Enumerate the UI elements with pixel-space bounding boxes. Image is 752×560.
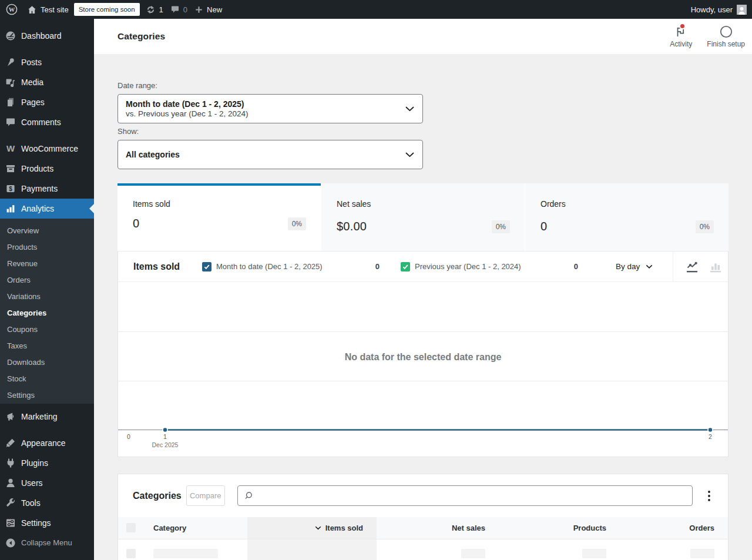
sidebar-item-users[interactable]: Users (0, 473, 94, 493)
summary-cards: Items sold 0 0% Net sales $0.00 0% Order… (118, 183, 728, 251)
activity-button[interactable]: Activity (667, 25, 694, 48)
submenu-item-downloads[interactable]: Downloads (0, 354, 94, 371)
legend-item-previous-period[interactable]: Previous year (Dec 1 - 2, 2024) 0 (401, 262, 578, 271)
date-range-select[interactable]: Month to date (Dec 1 - 2, 2025) vs. Prev… (118, 94, 423, 123)
line-chart-icon (685, 260, 699, 274)
payments-icon: $ (5, 183, 16, 195)
pages-icon (5, 96, 16, 108)
sidebar-item-label: Users (21, 478, 43, 488)
submenu-item-taxes[interactable]: Taxes (0, 338, 94, 354)
summary-card-delta: 0% (288, 217, 306, 230)
x-tick-label: 2 (709, 433, 712, 440)
line-chart-type-button[interactable] (685, 260, 699, 274)
submenu-item-settings[interactable]: Settings (0, 387, 94, 404)
collapse-menu-button[interactable]: Collapse Menu (0, 533, 94, 553)
column-header-items-sold[interactable]: Items sold (247, 517, 377, 539)
wordpress-logo-menu[interactable]: W (0, 0, 24, 19)
sidebar-item-plugins[interactable]: Plugins (0, 453, 94, 473)
submenu-item-coupons[interactable]: Coupons (0, 321, 94, 338)
sidebar-item-comments[interactable]: Comments (0, 112, 94, 132)
select-all-checkbox[interactable] (126, 523, 136, 532)
cell-items-sold-placeholder (247, 539, 377, 560)
show-value: All categories (126, 150, 405, 159)
site-name-link[interactable]: Test site (24, 0, 72, 19)
column-header-category[interactable]: Category (145, 517, 247, 539)
sidebar-item-appearance[interactable]: Appearance (0, 433, 94, 453)
main-content: Categories Activity Finish setup (94, 19, 752, 560)
comments-count: 0 (183, 5, 187, 14)
chart-svg: 0 1 2 Dec 2025 (118, 282, 728, 457)
svg-text:W: W (6, 143, 15, 153)
submenu-item-orders[interactable]: Orders (0, 272, 94, 289)
chart-area[interactable]: No data for the selected date range 0 1 … (118, 282, 728, 457)
submenu-item-categories[interactable]: Categories (0, 305, 94, 321)
sidebar-item-woocommerce[interactable]: W WooCommerce (0, 139, 94, 159)
submenu-item-stock[interactable]: Stock (0, 371, 94, 387)
megaphone-icon (5, 411, 16, 422)
menu-separator (0, 427, 94, 433)
sidebar-item-label: Settings (21, 518, 51, 528)
comments-bubble-icon (5, 116, 16, 128)
sidebar-item-analytics[interactable]: Analytics (0, 199, 94, 219)
legend-value: 0 (375, 262, 380, 271)
column-header-net-sales[interactable]: Net sales (377, 517, 499, 539)
table-header-row: Category Items sold Net sales Products (118, 517, 728, 539)
sidebar-item-dashboard[interactable]: Dashboard (0, 26, 94, 46)
summary-card-value: $0.00 (337, 220, 367, 233)
home-icon (27, 5, 37, 15)
collapse-arrow-icon (5, 537, 16, 549)
sidebar-item-products[interactable]: Products (0, 159, 94, 179)
checkbox-checked-icon (401, 262, 410, 271)
summary-card-items-sold[interactable]: Items sold 0 0% (118, 183, 321, 251)
legend-label: Month to date (Dec 1 - 2, 2025) (216, 262, 323, 271)
submenu-item-variations[interactable]: Variations (0, 289, 94, 305)
plugin-icon (5, 457, 16, 469)
column-header-products[interactable]: Products (499, 517, 620, 539)
sidebar-item-label: Marketing (21, 411, 57, 422)
bar-chart-type-button[interactable] (709, 260, 723, 274)
search-box[interactable] (237, 485, 693, 506)
summary-card-net-sales[interactable]: Net sales $0.00 0% (321, 183, 525, 251)
sidebar-item-posts[interactable]: Posts (0, 52, 94, 72)
x-axis-month-label: Dec 2025 (152, 441, 179, 448)
submenu-item-overview[interactable]: Overview (0, 223, 94, 239)
legend-item-current-period[interactable]: Month to date (Dec 1 - 2, 2025) 0 (202, 262, 380, 271)
column-header-orders[interactable]: Orders (620, 517, 728, 539)
finish-setup-button[interactable]: Finish setup (707, 25, 745, 48)
search-input[interactable] (258, 491, 686, 500)
sidebar-item-media[interactable]: Media (0, 72, 94, 92)
report-content: Date range: Month to date (Dec 1 - 2, 20… (94, 81, 752, 560)
compare-button[interactable]: Compare (186, 485, 225, 506)
sidebar-item-marketing[interactable]: Marketing (0, 407, 94, 427)
cell-placeholder (582, 549, 606, 558)
show-select[interactable]: All categories (118, 140, 423, 169)
comments-menu[interactable]: 0 (167, 0, 191, 19)
dashboard-icon (5, 30, 16, 42)
sidebar-item-pages[interactable]: Pages (0, 92, 94, 112)
submenu-item-revenue[interactable]: Revenue (0, 256, 94, 272)
chevron-down-icon (405, 106, 414, 112)
menu-separator (0, 132, 94, 139)
sidebar-item-label: Products (21, 163, 53, 174)
my-account-menu[interactable]: Howdy, user (691, 5, 747, 15)
sidebar-item-label: Comments (21, 117, 61, 128)
svg-text:$: $ (9, 186, 12, 192)
sidebar-item-payments[interactable]: $ Payments (0, 179, 94, 199)
sidebar-item-tools[interactable]: Tools (0, 493, 94, 513)
submenu-item-products[interactable]: Products (0, 239, 94, 256)
paintbrush-icon (5, 437, 16, 449)
wordpress-logo-icon: W (6, 4, 18, 15)
interval-select[interactable]: By day (616, 262, 653, 271)
new-content-menu[interactable]: New (191, 0, 226, 19)
updates-menu[interactable]: 1 (142, 0, 167, 19)
chevron-down-icon (646, 264, 653, 269)
summary-card-orders[interactable]: Orders 0 0% (525, 183, 728, 251)
activity-label: Activity (670, 40, 692, 48)
categories-table-panel: Categories Compare (118, 474, 728, 560)
table-menu-button[interactable] (699, 485, 720, 507)
chart-empty-message: No data for the selected date range (118, 352, 728, 363)
summary-card-delta: 0% (492, 220, 510, 233)
date-range-value: Month to date (Dec 1 - 2, 2025) (126, 99, 405, 109)
sidebar-item-settings[interactable]: Settings (0, 513, 94, 533)
sidebar-item-label: Media (21, 77, 43, 88)
